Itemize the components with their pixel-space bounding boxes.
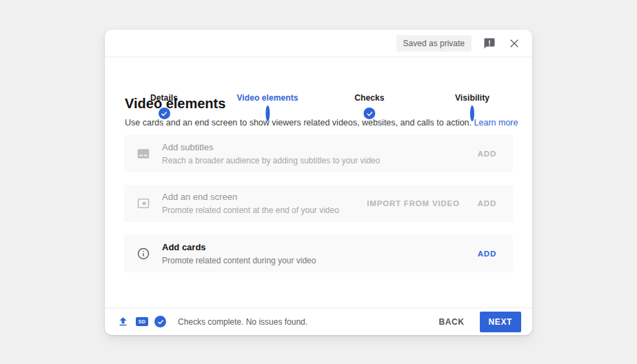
checks-status-text: Checks complete. No issues found. xyxy=(178,317,432,327)
page-title: Video elements xyxy=(125,96,225,112)
footer-status-icons: SD xyxy=(116,315,166,329)
back-button[interactable]: BACK xyxy=(432,312,472,332)
upload-icon xyxy=(116,315,130,329)
step-label: Visibility xyxy=(455,93,489,103)
close-icon[interactable] xyxy=(507,37,521,50)
add-cards-button[interactable]: ADD xyxy=(478,250,496,258)
next-button[interactable]: NEXT xyxy=(480,312,521,332)
step-checks[interactable]: Checks xyxy=(354,93,384,119)
row-subtitle: Reach a broader audience by adding subti… xyxy=(162,156,478,165)
row-actions: IMPORT FROM VIDEO ADD xyxy=(367,199,496,208)
feedback-icon[interactable] xyxy=(483,37,496,50)
row-subtitle: Promote related content during your vide… xyxy=(162,256,478,265)
upload-dialog: Saved as private Details Video elements xyxy=(105,30,532,335)
row-actions: ADD xyxy=(478,250,496,258)
row-title: Add an end screen xyxy=(162,192,367,202)
import-from-video-button[interactable]: IMPORT FROM VIDEO xyxy=(367,199,459,208)
step-video-elements[interactable]: Video elements xyxy=(236,93,298,120)
description-text: Use cards and an end screen to show view… xyxy=(125,118,472,128)
row-text: Add cards Promote related content during… xyxy=(162,242,478,265)
row-actions: ADD xyxy=(478,150,496,158)
row-subtitle: Promote related content at the end of yo… xyxy=(162,205,367,215)
row-title: Add cards xyxy=(162,242,478,252)
info-icon xyxy=(136,246,151,261)
step-label: Video elements xyxy=(236,93,298,103)
add-end-screen-button[interactable]: ADD xyxy=(478,199,496,208)
learn-more-link[interactable]: Learn more xyxy=(474,118,518,128)
add-end-screen-row: Add an end screen Promote related conten… xyxy=(124,185,513,222)
row-text: Add an end screen Promote related conten… xyxy=(162,192,367,215)
step-label: Checks xyxy=(354,93,384,103)
dialog-footer: SD Checks complete. No issues found. BAC… xyxy=(105,307,532,335)
add-subtitles-button[interactable]: ADD xyxy=(478,150,496,158)
step-visibility[interactable]: Visibility xyxy=(455,93,489,120)
subtitles-icon xyxy=(136,146,151,161)
row-title: Add subtitles xyxy=(162,142,478,152)
sd-quality-badge: SD xyxy=(136,317,148,326)
row-text: Add subtitles Reach a broader audience b… xyxy=(162,142,478,165)
add-cards-row: Add cards Promote related content during… xyxy=(124,235,513,272)
saved-status-badge: Saved as private xyxy=(396,35,472,52)
page-description: Use cards and an end screen to show view… xyxy=(125,118,518,128)
add-subtitles-row: Add subtitles Reach a broader audience b… xyxy=(124,135,513,172)
end-screen-icon xyxy=(136,196,151,211)
checks-complete-icon xyxy=(154,316,166,327)
dialog-header: Saved as private xyxy=(105,30,532,57)
